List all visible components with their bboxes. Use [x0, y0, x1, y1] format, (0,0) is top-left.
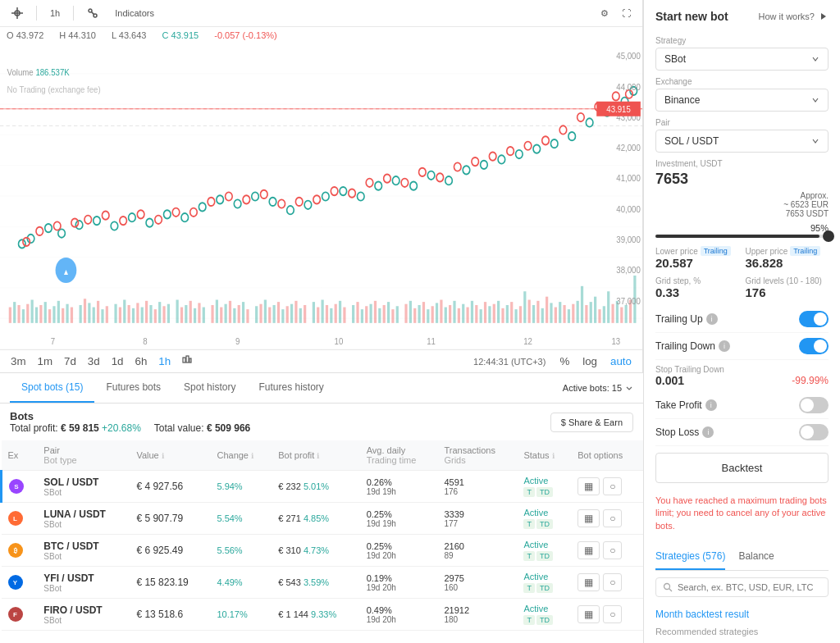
timeframe-1h-btn[interactable]: 1h [45, 6, 65, 21]
row-status: Active TTD [517, 567, 571, 599]
search-input[interactable] [678, 582, 821, 592]
table-row: ₿ BTC / USDT SBot € 6 925.49 5.56% € 310… [2, 535, 644, 567]
svg-rect-90 [404, 304, 407, 323]
chart-type-btn[interactable] [178, 353, 196, 369]
timeframe-7d[interactable]: 7d [60, 353, 80, 369]
row-exchange: L [2, 503, 38, 535]
grid-step-value[interactable]: 0.33 [655, 285, 739, 299]
tab-spot-bots[interactable]: Spot bots (15) [10, 373, 94, 403]
tab-spot-history[interactable]: Spot history [172, 373, 247, 403]
pair-label: Pair [655, 118, 829, 127]
grid-levels-value[interactable]: 176 [746, 285, 829, 299]
svg-rect-130 [581, 286, 583, 323]
tab-futures-bots[interactable]: Futures bots [94, 373, 172, 403]
chart-btn[interactable]: ▦ [578, 573, 600, 591]
log-btn[interactable]: log [578, 353, 601, 369]
indicators-btn[interactable]: Indicators [110, 6, 159, 21]
timeframe-3d[interactable]: 3d [84, 353, 104, 369]
tab-futures-history[interactable]: Futures history [247, 373, 335, 403]
cancel-btn[interactable]: ○ [603, 605, 622, 623]
trailing-up-toggle[interactable] [799, 311, 829, 327]
chart-btn[interactable]: ▦ [578, 541, 600, 559]
timeframe-6h[interactable]: 6h [131, 353, 152, 369]
fullscreen-btn[interactable]: ⛶ [617, 6, 636, 21]
auto-btn[interactable]: auto [606, 353, 636, 369]
svg-point-245 [664, 584, 670, 590]
svg-rect-82 [365, 306, 368, 323]
chart-btn[interactable]: ▦ [578, 477, 600, 495]
stop-trailing-value[interactable]: 0.001 [655, 374, 684, 387]
svg-rect-29 [106, 306, 108, 323]
svg-rect-120 [536, 301, 539, 323]
ohlc-close: C 43.915 [162, 30, 206, 40]
timeframe-1d[interactable]: 1d [107, 353, 128, 369]
strategy-label: Strategy [655, 36, 829, 45]
tab-strategies[interactable]: Strategies (576) [655, 544, 725, 570]
row-transactions: 2975 160 [437, 567, 517, 599]
svg-rect-23 [80, 305, 82, 323]
svg-text:10: 10 [335, 335, 344, 346]
take-profit-knob [801, 399, 814, 412]
strategy-select[interactable]: SBot [655, 48, 829, 71]
exchange-label: Exchange [655, 77, 829, 86]
share-earn-btn[interactable]: $ Share & Earn [550, 413, 633, 432]
upper-price-value[interactable]: 36.828 [746, 256, 829, 270]
settings-btn[interactable]: ⚙ [596, 6, 614, 21]
cancel-btn[interactable]: ○ [603, 509, 622, 527]
row-value: € 15 823.19 [130, 567, 210, 599]
pair-select[interactable]: SOL / USDT [655, 130, 829, 153]
svg-rect-56 [238, 305, 240, 323]
row-options: ▦ ○ [571, 503, 643, 535]
tab-balance[interactable]: Balance [738, 544, 774, 570]
strategy-section: Strategy SBot Exchange Binance Pair SOL … [644, 30, 840, 544]
svg-rect-116 [519, 306, 522, 323]
svg-rect-55 [233, 308, 235, 323]
bots-info: Bots Total profit: € 59 815 +20.68% Tota… [10, 410, 250, 434]
chart-btn[interactable]: ▦ [578, 605, 600, 623]
slider-thumb[interactable] [823, 230, 834, 242]
lower-price-value[interactable]: 20.587 [655, 256, 739, 270]
cancel-btn[interactable]: ○ [603, 573, 622, 591]
svg-rect-122 [546, 297, 548, 323]
svg-text:44,000: 44,000 [616, 81, 641, 92]
row-change: 5.56% [210, 535, 272, 567]
how-it-works-btn[interactable]: How it works? [759, 11, 829, 22]
right-panel: Start new bot How it works? Strategy SBo… [643, 0, 840, 643]
svg-rect-136 [607, 291, 609, 323]
percent-btn[interactable]: % [555, 353, 573, 369]
take-profit-toggle[interactable] [799, 397, 829, 413]
chart-canvas[interactable]: 7 8 9 10 11 12 13 45,000 44,000 43,000 4… [0, 43, 642, 349]
row-pair: FIRO / USDT SBot [37, 599, 130, 631]
trailing-down-toggle[interactable] [799, 338, 829, 354]
svg-rect-100 [449, 305, 451, 323]
timeframe-1h-active[interactable]: 1h [154, 353, 175, 369]
row-options: ▦ ○ [571, 535, 643, 567]
timeframe-3m[interactable]: 3m [7, 353, 30, 369]
svg-rect-74 [326, 305, 328, 323]
cancel-btn[interactable]: ○ [603, 477, 622, 495]
backtest-result: Month backtest result [644, 604, 840, 625]
investment-value[interactable]: 7653 [655, 171, 829, 188]
crosshair-tool[interactable] [7, 5, 28, 21]
row-pair: BTC / USDT SBot [37, 535, 130, 567]
svg-rect-132 [590, 302, 592, 323]
col-options: Bot options [571, 440, 643, 471]
stop-loss-toggle[interactable] [799, 424, 829, 440]
svg-rect-36 [141, 308, 144, 323]
svg-rect-91 [409, 301, 412, 323]
exchange-select[interactable]: Binance [655, 89, 829, 112]
price-grid: Lower price Trailing 20.587 Upper price … [655, 246, 829, 299]
draw-tool[interactable] [82, 5, 103, 21]
timeframe-1m[interactable]: 1m [34, 353, 57, 369]
backtest-btn[interactable]: Backtest [655, 453, 829, 483]
svg-rect-106 [475, 305, 477, 323]
bots-header: Bots Total profit: € 59 815 +20.68% Tota… [0, 404, 643, 440]
svg-rect-9 [13, 302, 16, 323]
svg-rect-30 [114, 304, 116, 323]
stop-loss-label: Stop Loss i [655, 426, 714, 438]
cancel-btn[interactable]: ○ [603, 541, 622, 559]
chart-btn[interactable]: ▦ [578, 509, 600, 527]
table-row: L LUNA / USDT SBot € 5 907.79 5.54% € 27… [2, 503, 644, 535]
slider-track[interactable] [655, 235, 829, 238]
row-pair: YFI / USDT SBot [37, 567, 130, 599]
